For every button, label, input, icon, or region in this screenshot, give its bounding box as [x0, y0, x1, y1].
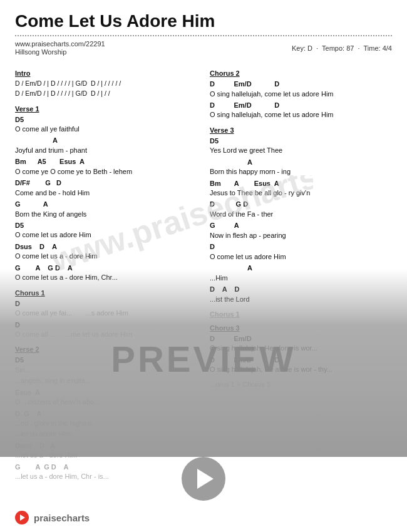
- play-icon: [197, 469, 214, 489]
- chorus1-section: Chorus 1 D O come all ye fai... ...s ado…: [15, 289, 197, 340]
- footer-brand: praisecharts: [34, 513, 90, 523]
- v3-chord-2: A: [210, 157, 392, 168]
- page: Come Let Us Adore Him www.praisecharts.c…: [0, 0, 407, 532]
- v3-chord-5: G A: [210, 220, 392, 231]
- v3-lyric-6: O come let us adore Him: [210, 252, 392, 262]
- ch1-chord-1: D: [15, 299, 197, 309]
- ch2-chord-1: D Em/D D: [210, 79, 392, 90]
- v2-chord-5: G A G D A: [15, 462, 197, 473]
- v1-chord-3: Bm A5 Esus A: [15, 156, 197, 167]
- v1-lyric-8: O come let us a - dore Him, Chr...: [15, 273, 197, 282]
- footer: praisecharts: [15, 511, 392, 524]
- v2-lyric-5: ...let us adore Him: [15, 429, 197, 439]
- divider: [15, 35, 392, 36]
- v3-lyric-4: Word of the Fa - ther: [210, 210, 392, 219]
- v2-lyric-6: ...let us a - dore Him: [15, 451, 197, 460]
- page-title: Come Let Us Adore Him: [15, 11, 392, 31]
- v3-chord-4: D G D: [210, 199, 392, 210]
- v3-chord-3: Bm A Esus A: [210, 178, 392, 189]
- chorus3-title: Chorus 3: [210, 324, 392, 332]
- v1-lyric-5: Born the King of angels: [15, 210, 197, 219]
- ch2-lyric-1: O sing hallelujah, come let us adore Him: [210, 90, 392, 99]
- v3-lyric-3: Jesus to Thee be all glo - ry giv'n: [210, 188, 392, 198]
- v2-chord-4: Dsus D A: [15, 441, 197, 451]
- v1-lyric-1: O come all ye faithful: [15, 125, 197, 134]
- content: Intro D / Em/D / | D / / / / | G/D D / |…: [0, 59, 407, 488]
- tag-section: ...orus 1 > Chorus 3: [210, 380, 392, 389]
- v1-lyric-2: Joyful and trium - phant: [15, 146, 197, 155]
- v3-lyric-8: ...ist the Lord: [210, 295, 392, 304]
- footer-logo: [15, 511, 29, 524]
- chorus1-title: Chorus 1: [15, 289, 197, 297]
- verse1-section: Verse 1 D5 O come all ye faithful A Joyf…: [15, 105, 197, 283]
- v3-chord-6: D: [210, 242, 392, 252]
- meta-left: www.praisecharts.com/22291 Hillsong Wors…: [15, 40, 105, 56]
- meta-right: Key: D · Tempo: 87 · Time: 4/4: [292, 44, 392, 52]
- v1-lyric-3: O come ye O come ye to Beth - lehem: [15, 167, 197, 176]
- v1-chord-2: A: [15, 135, 197, 146]
- v1-chord-4: D/F# G D: [15, 178, 197, 188]
- v1-lyric-7: O come let us a - dore Him: [15, 252, 197, 261]
- ch1-chord-2: D: [15, 320, 197, 330]
- v1-chord-8: G A G D A: [15, 263, 197, 274]
- intro-line-1: D / Em/D / | D / / / / | G/D D / | / / /…: [15, 79, 197, 89]
- v1-chord-5: G A: [15, 199, 197, 210]
- artist-text: Hillsong Worship: [15, 48, 105, 56]
- v1-chord-1: D5: [15, 115, 197, 125]
- v2-chord-3: D G A: [15, 409, 197, 419]
- meta-row: www.praisecharts.com/22291 Hillsong Wors…: [15, 40, 392, 56]
- header: Come Let Us Adore Him www.praisecharts.c…: [0, 0, 407, 59]
- v1-lyric-6: O come let us adore Him: [15, 230, 197, 240]
- logo-play-icon: [20, 514, 25, 521]
- preview-label: PREVIEW: [111, 338, 296, 380]
- ch1-lyric-1: O come all ye fai... ...s adore Him: [15, 309, 197, 318]
- v2-chord-2: Esus A: [15, 387, 197, 398]
- url-text: www.praisecharts.com/22291: [15, 40, 105, 48]
- key-text: Key: D: [292, 44, 312, 52]
- v1-chord-7: Dsus D A: [15, 242, 197, 252]
- logo-circle: [15, 511, 29, 524]
- right-column: Chorus 2 D Em/D D O sing hallelujah, com…: [210, 63, 392, 483]
- chorus1-ref-section: Chorus 1: [210, 310, 392, 318]
- v2-lyric-3: O ...citizens of heav'n abo...: [15, 397, 197, 407]
- ch2-chord-2: D Em/D D: [210, 100, 392, 111]
- chorus2-section: Chorus 2 D Em/D D O sing hallelujah, com…: [210, 69, 392, 120]
- v3-lyric-5: Now in flesh ap - pearing: [210, 231, 392, 240]
- v3-chord-7: A: [210, 263, 392, 274]
- v1-chord-6: D5: [15, 220, 197, 231]
- left-column: Intro D / Em/D / | D / / / / | G/D D / |…: [15, 63, 197, 483]
- chorus2-title: Chorus 2: [210, 69, 392, 77]
- v2-lyric-4: ...od , glory in the highest: [15, 419, 197, 428]
- intro-title: Intro: [15, 69, 197, 77]
- tag-text: ...orus 1 > Chorus 3: [210, 380, 392, 389]
- v3-lyric-1: Yes Lord we greet Thee: [210, 146, 392, 155]
- tempo-text: Tempo: 87: [322, 44, 354, 52]
- play-button[interactable]: [182, 457, 225, 501]
- verse3-section: Verse 3 D5 Yes Lord we greet Thee A Born…: [210, 126, 392, 304]
- chorus1-ref-title: Chorus 1: [210, 310, 392, 318]
- v3-chord-1: D5: [210, 136, 392, 146]
- intro-line-2: D / Em/D / | D / / / / | G/D D / | / /: [15, 89, 197, 99]
- intro-section: Intro D / Em/D / | D / / / / | G/D D / |…: [15, 69, 197, 99]
- preview-container: PREVIEW: [0, 338, 407, 380]
- v3-chord-8: D A D: [210, 284, 392, 295]
- ch2-lyric-2: O sing hallelujah, come let us adore Him: [210, 110, 392, 120]
- time-text: Time: 4/4: [364, 44, 392, 52]
- v3-lyric-2: Born this happy morn - ing: [210, 167, 392, 176]
- verse1-title: Verse 1: [15, 105, 197, 113]
- v1-lyric-4: Come and be - hold Him: [15, 188, 197, 198]
- v2-lyric-7: ...let us a - dore Him, Chr - is...: [15, 472, 197, 481]
- verse3-title: Verse 3: [210, 126, 392, 134]
- v3-lyric-7: ...Him: [210, 274, 392, 283]
